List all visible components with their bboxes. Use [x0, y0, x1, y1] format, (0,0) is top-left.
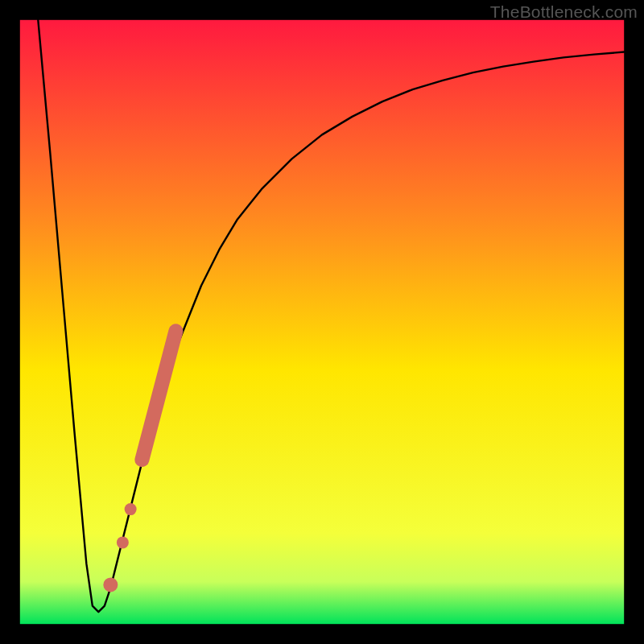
dot-low [103, 577, 118, 592]
watermark-text: TheBottleneck.com [490, 2, 638, 22]
bottleneck-chart [0, 0, 644, 644]
plot-area [20, 20, 624, 624]
dot-mid-2 [117, 536, 129, 548]
dot-mid-1 [125, 503, 137, 515]
chart-frame: TheBottleneck.com [0, 0, 644, 644]
